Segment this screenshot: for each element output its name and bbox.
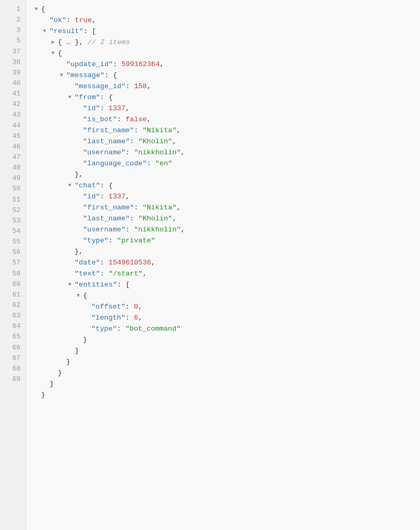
- line-number: 5: [0, 36, 26, 46]
- json-punctuation: ,: [125, 103, 130, 114]
- indent-spacer: [66, 291, 75, 302]
- json-key: "first_name": [83, 125, 134, 136]
- json-punctuation: ,: [181, 147, 185, 158]
- json-punctuation: :: [134, 203, 142, 214]
- collapse-toggle[interactable]: [58, 72, 65, 79]
- indent-spacer: [58, 214, 66, 225]
- json-punctuation: :: [66, 15, 75, 26]
- indent-spacer: [58, 291, 66, 302]
- json-key: "length": [91, 313, 125, 324]
- indent-spacer: [41, 324, 49, 335]
- code-line: "update_id": 599162364,: [26, 59, 420, 70]
- json-key: "last_name": [83, 214, 130, 225]
- collapse-toggle[interactable]: [41, 28, 48, 35]
- indent-spacer: [33, 169, 41, 181]
- json-punctuation: },: [75, 169, 83, 181]
- indent-spacer: [33, 302, 41, 313]
- indent-spacer: [41, 203, 49, 214]
- indent-spacer: [49, 302, 58, 313]
- code-line: "type": "bot_command": [26, 324, 420, 335]
- toggle-placeholder: [66, 258, 75, 269]
- line-number: 42: [0, 99, 26, 110]
- json-key: "username": [83, 225, 125, 236]
- indent-spacer: [49, 114, 58, 125]
- line-number: 52: [0, 205, 26, 216]
- json-punctuation: :: [125, 302, 134, 313]
- indent-spacer: [66, 214, 75, 225]
- indent-spacer: [66, 192, 75, 203]
- json-punctuation: ,: [176, 125, 181, 136]
- toggle-placeholder: [75, 335, 83, 346]
- indent-spacer: [49, 313, 58, 324]
- indent-spacer: [41, 302, 49, 313]
- line-number: 54: [0, 226, 26, 237]
- indent-spacer: [33, 81, 41, 92]
- indent-spacer: [33, 70, 41, 81]
- indent-spacer: [33, 181, 41, 192]
- indent-spacer: [66, 136, 75, 147]
- toggle-placeholder: [75, 192, 83, 203]
- toggle-placeholder: [75, 214, 83, 225]
- line-number: 65: [0, 332, 26, 342]
- json-punctuation: :: [125, 81, 134, 92]
- indent-spacer: [58, 346, 66, 357]
- collapse-toggle[interactable]: [75, 292, 82, 300]
- line-number: 43: [0, 110, 26, 120]
- json-string: "Nikita": [142, 203, 176, 214]
- collapse-toggle[interactable]: [66, 281, 74, 289]
- toggle-placeholder: [75, 136, 83, 147]
- indent-spacer: [49, 203, 58, 214]
- indent-spacer: [66, 302, 75, 313]
- indent-spacer: [49, 214, 58, 225]
- line-number: 38: [0, 57, 26, 68]
- json-punctuation: ,: [172, 136, 176, 147]
- code-line: "from": {: [26, 92, 420, 103]
- toggle-placeholder: [75, 158, 83, 169]
- json-punctuation: :: [113, 59, 121, 70]
- indent-spacer: [58, 125, 66, 136]
- collapse-toggle[interactable]: [66, 182, 74, 189]
- line-number: 68: [0, 364, 26, 374]
- collapse-toggle[interactable]: [66, 94, 74, 101]
- json-punctuation: ,: [125, 192, 130, 203]
- json-punctuation: ,: [172, 214, 176, 225]
- line-number: 44: [0, 121, 26, 131]
- json-punctuation: ,: [138, 302, 142, 313]
- indent-spacer: [33, 114, 41, 125]
- code-line: ]: [26, 379, 420, 390]
- indent-spacer: [58, 92, 66, 103]
- json-punctuation: {: [83, 291, 87, 302]
- indent-spacer: [41, 114, 49, 125]
- json-punctuation: ,: [143, 269, 147, 280]
- code-line: "type": "private": [26, 236, 420, 247]
- indent-spacer: [49, 225, 58, 236]
- code-line: "last_name": "Kholin",: [26, 214, 420, 225]
- json-punctuation: :: [134, 125, 142, 136]
- indent-spacer: [33, 37, 41, 48]
- toggle-placeholder: [41, 379, 49, 390]
- json-punctuation: ,: [147, 114, 151, 125]
- indent-spacer: [66, 236, 75, 247]
- json-punctuation: ,: [160, 59, 164, 70]
- json-string: "Kholin": [138, 136, 172, 147]
- code-line: {: [26, 291, 420, 302]
- json-punctuation: :: [100, 103, 108, 114]
- collapse-toggle[interactable]: [33, 6, 40, 13]
- json-punctuation: }: [58, 368, 62, 379]
- json-punctuation: : [: [83, 26, 96, 37]
- code-line: "length": 6,: [26, 313, 420, 324]
- indent-spacer: [58, 192, 66, 203]
- indent-spacer: [58, 158, 66, 169]
- json-string: "/start": [109, 269, 143, 280]
- line-number: 67: [0, 353, 26, 364]
- code-line: "username": "nikkholin",: [26, 147, 420, 158]
- json-number: 599162364: [121, 59, 160, 70]
- indent-spacer: [66, 335, 75, 346]
- line-number: 64: [0, 321, 26, 332]
- collapse-toggle[interactable]: [49, 50, 57, 57]
- expand-toggle[interactable]: [49, 39, 57, 46]
- json-key: "result": [49, 26, 83, 37]
- json-comment: // 2 items: [83, 37, 130, 48]
- indent-spacer: [41, 136, 49, 147]
- line-number: 39: [0, 68, 26, 78]
